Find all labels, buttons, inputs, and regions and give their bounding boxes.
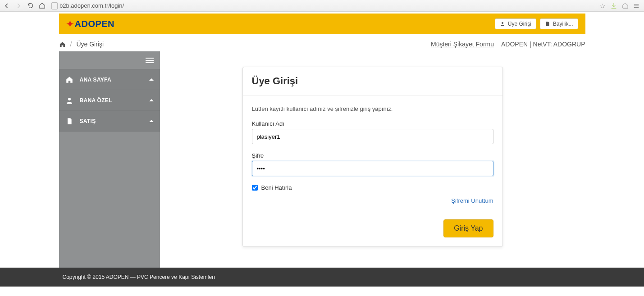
complaint-form-link[interactable]: Müşteri Şikayet Formu [431,41,494,48]
logo-text: ADOPEN [75,19,115,29]
caret-up-icon [149,78,154,81]
document-icon [545,21,550,27]
address-bar[interactable]: b2b.adopen.com.tr/login/ [50,2,596,9]
sidebar-toggle[interactable] [59,51,160,69]
remember-label: Beni Hatırla [261,184,292,191]
login-title: Üye Girişi [252,75,493,87]
login-card: Üye Girişi Lütfen kayıtlı kullanıcı adın… [242,67,503,247]
sidebar: ANA SAYFA BANA ÖZEL SATIŞ [59,51,160,268]
home-icon [65,76,73,84]
header-login-button[interactable]: Üye Girişi [495,18,536,29]
sidebar-item-label: SATIŞ [80,118,143,124]
download-icon[interactable] [610,2,617,9]
footer: Copyright © 2015 ADOPEN — PVC Pencere ve… [0,268,644,287]
breadcrumb-separator: / [70,41,72,48]
forgot-password-link[interactable]: Şifremi Unuttum [451,197,493,204]
username-label: Kullanıcı Adı [252,120,493,127]
back-button[interactable] [3,2,11,10]
username-input[interactable] [252,129,493,144]
menu-icon[interactable] [633,3,639,9]
sidebar-item-home[interactable]: ANA SAYFA [59,69,160,90]
homepin-icon[interactable] [622,2,629,9]
svg-point-1 [68,98,71,100]
bookmark-icon[interactable]: ☆ [600,2,606,9]
remember-row: Beni Hatırla [252,184,493,191]
svg-point-0 [502,22,503,24]
content-area: ANA SAYFA BANA ÖZEL SATIŞ [59,51,585,268]
user-icon [65,96,73,105]
page-icon [51,2,58,9]
url-text: b2b.adopen.com.tr/login/ [59,2,124,9]
logo-mark-icon: ✦ [66,18,74,29]
site-header: ✦ ADOPEN Üye Girişi Bayilik... [59,14,585,34]
password-input[interactable] [252,161,493,176]
password-label: Şifre [252,152,493,159]
file-icon [65,117,73,125]
sidebar-item-label: ANA SAYFA [80,77,143,83]
breadcrumb-row: / Üye Girişi Müşteri Şikayet Formu ADOPE… [59,34,585,51]
card-header: Üye Girişi [243,67,502,96]
remember-checkbox[interactable] [252,185,258,191]
footer-text: Copyright © 2015 ADOPEN — PVC Pencere ve… [63,274,215,280]
browser-right-icons: ☆ [600,2,641,9]
browser-toolbar: b2b.adopen.com.tr/login/ ☆ [0,0,644,12]
login-submit-button[interactable]: Giriş Yap [443,219,493,237]
header-dealer-label: Bayilik... [553,21,573,27]
logo[interactable]: ✦ ADOPEN [66,18,115,29]
main-panel: Üye Girişi Lütfen kayıtlı kullanıcı adın… [160,51,585,265]
user-icon [500,21,505,27]
caret-up-icon [149,120,154,122]
header-login-label: Üye Girişi [508,21,531,27]
breadcrumb-current: Üye Girişi [76,41,104,48]
breadcrumb-home-icon[interactable] [59,41,66,48]
header-dealer-button[interactable]: Bayilik... [540,18,578,29]
home-button[interactable] [38,2,46,10]
caret-up-icon [149,99,154,101]
sidebar-item-label: BANA ÖZEL [80,97,143,104]
login-note: Lütfen kayıtlı kullanıcı adınız ve şifre… [252,105,493,112]
reload-button[interactable] [26,2,34,10]
forward-button[interactable] [14,2,23,10]
sidebar-item-sales[interactable]: SATIŞ [59,111,160,132]
netvt-text: ADOPEN | NetVT: ADOGRUP [501,41,585,48]
hamburger-icon [146,58,154,63]
sidebar-item-personal[interactable]: BANA ÖZEL [59,90,160,111]
